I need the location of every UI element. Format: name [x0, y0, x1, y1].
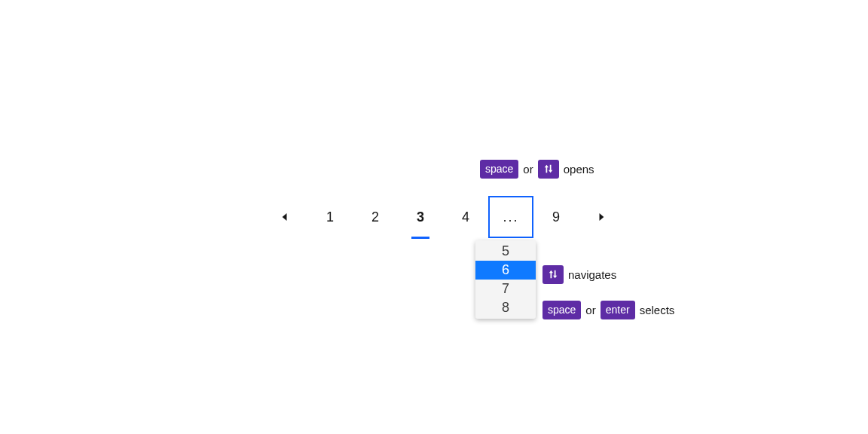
key-updown-icon-2 — [542, 265, 564, 284]
hint-select-or: or — [585, 304, 595, 316]
key-updown-icon — [538, 160, 559, 179]
overflow-option-6-highlighted[interactable]: 6 — [475, 261, 536, 280]
page-9[interactable]: 9 — [533, 196, 579, 238]
page-2[interactable]: 2 — [353, 196, 398, 238]
key-space: space — [480, 160, 518, 179]
hint-select-verb: selects — [640, 304, 675, 316]
page-overflow-button[interactable]: ... — [488, 196, 533, 238]
hint-open-or: or — [523, 163, 533, 176]
page-3-current[interactable]: 3 — [398, 196, 443, 238]
svg-marker-1 — [600, 213, 604, 221]
key-enter: enter — [601, 301, 635, 319]
hint-select: space or enter selects — [542, 301, 674, 319]
overflow-option-7[interactable]: 7 — [475, 280, 536, 298]
pagination: 1 2 3 4 ... 9 — [262, 196, 624, 238]
key-space-2: space — [542, 301, 581, 319]
page-overflow-menu[interactable]: 5 6 7 8 — [475, 240, 536, 319]
hint-open-verb: opens — [564, 163, 594, 176]
hint-navigate: navigates — [542, 265, 616, 284]
page-1[interactable]: 1 — [307, 196, 353, 238]
pagination-prev-button[interactable] — [262, 196, 307, 238]
pagination-next-button[interactable] — [579, 196, 624, 238]
caret-right-icon — [598, 213, 605, 221]
page-4[interactable]: 4 — [443, 196, 488, 238]
hint-navigate-verb: navigates — [568, 268, 616, 281]
overflow-option-8[interactable]: 8 — [475, 298, 536, 317]
svg-marker-0 — [283, 213, 287, 221]
overflow-option-5[interactable]: 5 — [475, 242, 536, 261]
hint-open: space or opens — [480, 160, 594, 179]
caret-left-icon — [281, 213, 289, 221]
